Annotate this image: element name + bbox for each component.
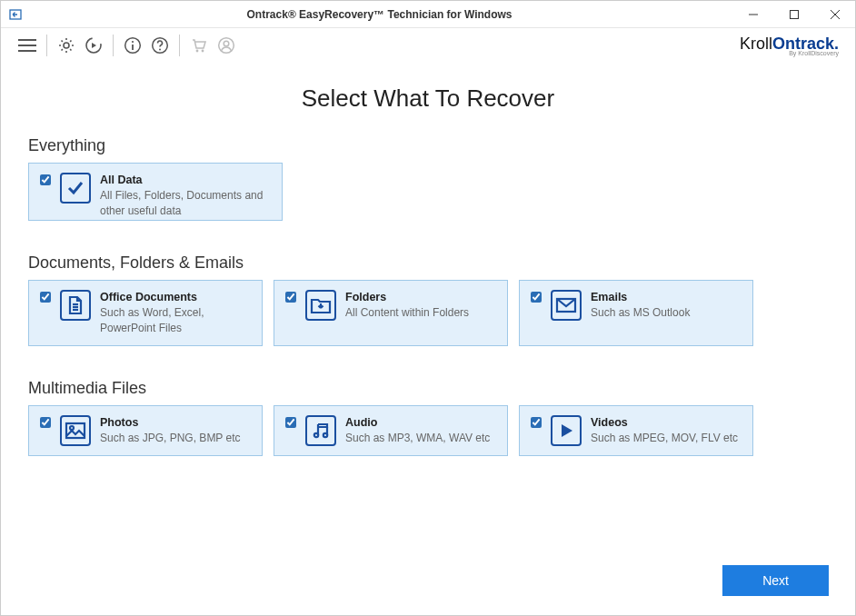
folder-download-icon [305,290,336,321]
checkbox-videos[interactable] [531,417,542,428]
card-photos[interactable]: Photos Such as JPG, PNG, BMP etc [28,405,263,456]
card-emails[interactable]: Emails Such as MS Outlook [519,280,753,346]
card-desc: All Content within Folders [345,306,469,319]
card-desc: Such as MP3, WMA, WAV etc [345,432,490,444]
section-label-everything: Everything [28,136,828,155]
maximize-button[interactable] [773,1,814,28]
footer: Next [722,565,829,596]
checkbox-emails[interactable] [531,292,542,303]
info-icon[interactable] [123,35,143,55]
card-desc: Such as Word, Excel, PowerPoint Files [100,306,204,334]
card-folders[interactable]: Folders All Content within Folders [274,280,508,346]
checkbox-photos[interactable] [40,417,51,428]
checkbox-office-documents[interactable] [40,292,51,303]
card-title: Videos [591,415,738,431]
card-desc: Such as JPG, PNG, BMP etc [100,432,241,444]
svg-point-11 [132,41,134,43]
user-icon[interactable] [216,35,236,55]
svg-point-26 [323,432,327,436]
card-office-documents[interactable]: Office Documents Such as Word, Excel, Po… [28,280,263,346]
window-title: Ontrack® EasyRecovery™ Technician for Wi… [26,8,732,21]
checkbox-audio[interactable] [285,417,296,428]
section-documents: Documents, Folders & Emails Office Docum… [28,253,828,346]
photo-icon [60,415,91,446]
play-icon [551,415,582,446]
main-content: Select What To Recover Everything All Da… [1,63,855,456]
brand-logo: KrollOntrack. By KrollDiscovery [740,35,839,56]
toolbar-group-1 [56,35,104,55]
section-multimedia: Multimedia Files Photos Such as JPG, PNG… [28,379,828,456]
svg-point-8 [64,43,69,48]
svg-rect-2 [790,10,798,18]
minimize-button[interactable] [732,1,773,28]
gear-icon[interactable] [56,35,76,55]
card-audio[interactable]: Audio Such as MP3, WMA, WAV etc [274,405,508,456]
card-title: Folders [345,290,469,305]
section-label-documents: Documents, Folders & Emails [28,253,828,273]
card-title: Photos [100,415,241,431]
checkbox-all-data[interactable] [40,174,51,185]
page-title: Select What To Recover [28,84,828,113]
cart-icon[interactable] [189,35,209,55]
titlebar: Ontrack® EasyRecovery™ Technician for Wi… [1,1,855,28]
card-desc: Such as MPEG, MOV, FLV etc [591,432,738,444]
svg-rect-23 [66,423,85,438]
check-icon [60,173,91,204]
card-desc: All Files, Folders, Documents and other … [100,189,263,217]
toolbar-group-3 [189,35,236,55]
help-icon[interactable] [150,35,170,55]
separator [46,35,47,56]
card-desc: Such as MS Outlook [591,306,690,319]
toolbar: KrollOntrack. By KrollDiscovery [1,28,855,63]
separator [179,35,180,56]
section-label-multimedia: Multimedia Files [28,379,828,398]
card-title: All Data [100,173,271,188]
hamburger-menu-icon[interactable] [17,35,37,55]
separator [113,35,114,56]
window-controls [732,1,855,28]
svg-point-14 [159,49,161,51]
card-all-data[interactable]: All Data All Files, Folders, Documents a… [28,163,283,221]
svg-point-15 [196,50,199,53]
section-everything: Everything All Data All Files, Folders, … [28,136,828,221]
card-title: Emails [591,290,690,305]
card-videos[interactable]: Videos Such as MPEG, MOV, FLV etc [519,405,753,456]
svg-point-25 [314,432,318,436]
document-icon [60,290,91,321]
envelope-icon [551,290,582,321]
svg-point-18 [224,41,229,46]
close-button[interactable] [814,1,855,28]
checkbox-folders[interactable] [285,292,296,303]
svg-point-16 [202,50,204,53]
app-icon [8,7,23,22]
resume-recovery-icon[interactable] [84,35,104,55]
next-button[interactable]: Next [722,565,829,596]
card-title: Audio [345,415,490,431]
svg-point-24 [70,426,74,430]
toolbar-group-2 [123,35,170,55]
card-title: Office Documents [100,290,251,305]
music-note-icon [305,415,336,446]
brand-part1: Kroll [740,35,772,53]
